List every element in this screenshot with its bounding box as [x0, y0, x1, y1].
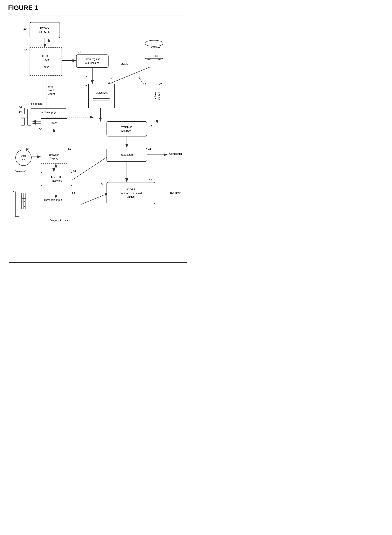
threshold-table: L X M H: [21, 193, 26, 209]
threshold-cell-21: X: [22, 199, 23, 204]
num-44: 44: [148, 148, 151, 151]
num-50: 50: [26, 147, 28, 150]
num-60: 60: [100, 182, 103, 185]
exception-label: (exception): [30, 102, 42, 106]
scan-regex-box: Scan regular expressions: [76, 55, 108, 68]
match-list-label: Match List: [93, 91, 110, 95]
num-64: 64: [39, 128, 42, 131]
score-label: SCORE compare threshold values: [120, 188, 142, 199]
threshold-cell-12: L: [23, 193, 26, 199]
num-10: 10: [23, 27, 26, 30]
svg-line-25: [81, 193, 108, 204]
num-32: 32: [143, 83, 146, 86]
weighted-list-label: Weighted List (raw): [121, 125, 132, 132]
threshold-cell-32: H: [23, 204, 26, 209]
diagram-container: PROXY SERVER 10 HTML Page Input 12 Scan …: [9, 16, 187, 263]
threshold-input-label: Threshold Input: [44, 198, 62, 202]
user-id-box: User I.D. Password: [41, 172, 72, 186]
threshold-row-2: X M: [22, 199, 26, 204]
lookup-weights-label: Lookup Weights: [154, 88, 161, 104]
num-46: 46: [149, 178, 152, 181]
num-20: 20: [84, 85, 87, 88]
threshold-cell-31: [22, 204, 23, 209]
scan-regex-label: Scan regular expressions: [85, 57, 100, 65]
database-label-text: Database: [143, 46, 165, 49]
html-page-label: HTML Page Input: [42, 54, 49, 69]
weighted-list-box: Weighted List (raw): [107, 121, 147, 136]
proxy-server-box: PROXY SERVER: [30, 22, 60, 38]
num-40: 40: [159, 83, 162, 86]
svg-point-41: [145, 40, 163, 46]
gate-box: Gate: [41, 118, 67, 127]
svg-line-9: [107, 67, 151, 85]
browser-display-box: Browser Display: [41, 150, 67, 164]
query-label: Query: [137, 75, 144, 83]
match-list-content: Match List: [92, 89, 111, 103]
gate-label: Gate: [51, 121, 57, 125]
output-label: Output: [173, 191, 181, 195]
num-52: 52: [68, 147, 71, 150]
figure-title: FIGURE 1: [8, 4, 188, 12]
database-cylinder: Database 30: [143, 38, 165, 63]
num-56: 56: [72, 191, 75, 194]
num-34: 34: [111, 76, 113, 79]
user-input-label: User Input: [21, 154, 26, 161]
num-66: 66: [19, 110, 22, 113]
num-14: 14: [78, 50, 81, 53]
user-input-box: User Input: [15, 150, 32, 166]
database-svg: [143, 38, 165, 63]
num-62: 62: [13, 191, 16, 194]
substitute-page-box: Substitute page: [31, 108, 66, 116]
proxy-server-label: PROXY SERVER: [39, 27, 50, 34]
match-label: Match: [121, 63, 128, 66]
threshold-cell-11: [22, 193, 23, 199]
tabulation-box: Tabulation: [107, 148, 147, 162]
threshold-cell-22: M: [23, 199, 26, 204]
contextual-label: Contextual: [169, 152, 182, 156]
svg-line-23: [72, 155, 111, 180]
num-54: 54: [73, 169, 76, 172]
num-16: 16: [84, 76, 87, 79]
total-word-count-label: Total Word Count: [48, 85, 55, 96]
threshold-row-3: H: [22, 204, 26, 209]
num-68: 68: [19, 106, 22, 109]
score-box: SCORE compare threshold values: [107, 182, 155, 204]
diagnostic-match-label: Diagnostic match: [50, 219, 70, 222]
match-list-box: Match List: [88, 84, 115, 108]
tabulation-label: Tabulation: [121, 153, 133, 157]
num-42: 42: [149, 125, 152, 128]
num-12: 12: [24, 48, 27, 51]
html-page-box: HTML Page Input: [30, 47, 62, 76]
threshold-row-1: L: [22, 193, 26, 199]
browser-display-label: Browser Display: [49, 153, 59, 160]
substitute-page-label: Substitute page: [40, 111, 57, 114]
user-id-label: User I.D. Password: [51, 175, 62, 183]
database-num: 30: [155, 55, 158, 57]
release-label: "release": [15, 169, 26, 173]
